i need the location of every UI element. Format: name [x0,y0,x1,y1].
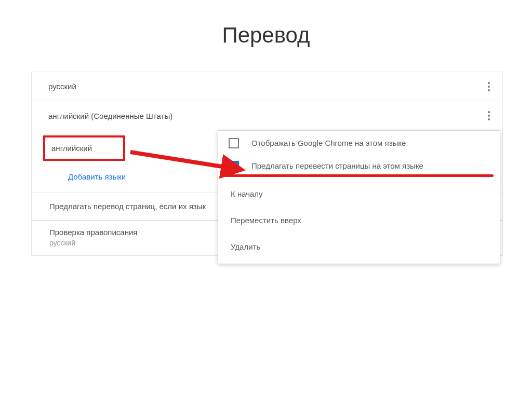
language-context-menu: Отображать Google Chrome на этом языке П… [218,130,500,264]
checkbox-unchecked-icon[interactable] [229,138,239,148]
checkbox-checked-icon[interactable] [229,161,239,171]
language-english-highlight-box[interactable]: английский [43,135,125,161]
language-label: английский [51,144,92,153]
language-settings-panel: русский английский (Соединенные Штаты) а… [31,72,503,256]
menu-item-display-chrome[interactable]: Отображать Google Chrome на этом языке [218,131,500,154]
language-row-russian: русский [32,72,502,101]
page-title: Перевод [0,0,532,72]
menu-item-to-top[interactable]: К началу [218,180,500,207]
language-label: русский [48,82,76,91]
highlight-underline [224,174,494,177]
more-vert-icon[interactable] [481,107,497,124]
language-label: английский (Соединенные Штаты) [48,112,172,120]
menu-item-label: Предлагать перевести страницы на этом яз… [251,161,489,171]
add-languages-link[interactable]: Добавить языки [68,172,126,181]
menu-item-offer-translate[interactable]: Предлагать перевести страницы на этом яз… [218,154,500,171]
menu-item-move-up[interactable]: Переместить вверх [218,207,500,233]
menu-item-delete[interactable]: Удалить [218,233,500,259]
menu-item-label: Отображать Google Chrome на этом языке [251,138,489,148]
offer-translate-label: Предлагать перевод страниц, если их язык [49,202,206,211]
language-row-english-us: английский (Соединенные Штаты) [32,101,502,130]
more-vert-icon[interactable] [481,78,497,95]
